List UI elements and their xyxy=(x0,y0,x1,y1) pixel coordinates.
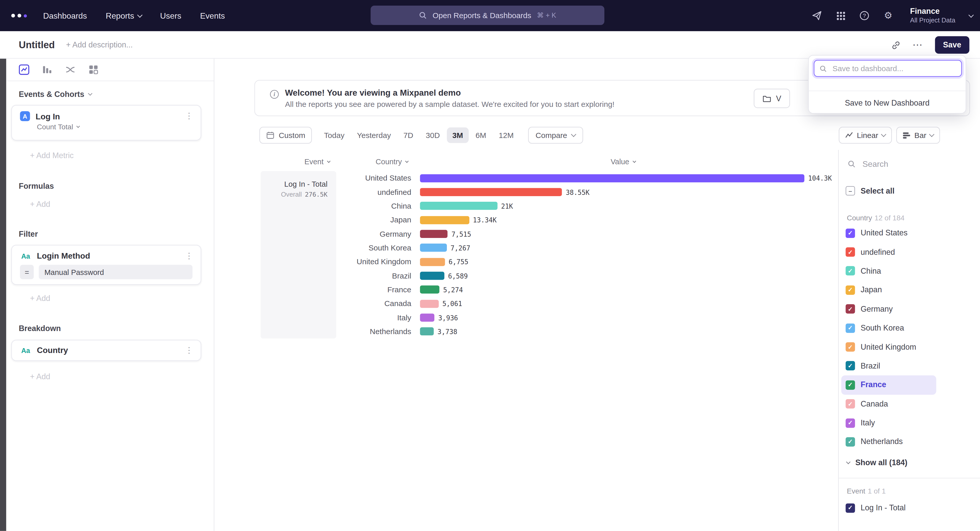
date-range-6m[interactable]: 6M xyxy=(470,127,492,143)
dashboard-search-input[interactable] xyxy=(831,63,947,73)
add-filter-button[interactable]: + Add xyxy=(30,294,50,303)
legend-checkbox[interactable]: ✓ xyxy=(845,285,855,295)
legend-checkbox[interactable]: ✓ xyxy=(845,380,855,390)
column-header-country[interactable]: Country xyxy=(375,157,408,166)
date-range-3m[interactable]: 3M xyxy=(447,127,469,143)
value-label: 3,738 xyxy=(438,328,457,335)
value-bar[interactable] xyxy=(420,202,497,210)
legend-item-undefined[interactable]: ✓undefined xyxy=(841,243,936,262)
value-bar[interactable] xyxy=(420,230,448,238)
banner-action-button[interactable]: V xyxy=(754,89,790,108)
date-range-7d[interactable]: 7D xyxy=(398,127,419,143)
date-range-30d[interactable]: 30D xyxy=(420,127,445,143)
legend-checkbox[interactable]: ✓ xyxy=(845,503,855,513)
nav-events[interactable]: Events xyxy=(200,11,225,21)
legend-checkbox[interactable]: ✓ xyxy=(845,247,855,257)
metric-card-log-in[interactable]: A Log In ⋮ Count Total xyxy=(11,105,201,141)
legend-checkbox[interactable]: ✓ xyxy=(845,418,855,428)
legend-item-germany[interactable]: ✓Germany xyxy=(841,300,936,318)
line-style-selector[interactable]: Linear xyxy=(839,127,892,144)
global-search-button[interactable]: Open Reports & Dashboards ⌘ + K xyxy=(371,6,605,25)
indeterminate-checkbox[interactable]: – xyxy=(845,186,855,196)
legend-checkbox[interactable]: ✓ xyxy=(845,304,855,314)
legend-item-japan[interactable]: ✓Japan xyxy=(841,281,936,300)
settings-gear-icon[interactable]: ⚙ xyxy=(883,10,894,21)
more-options-button[interactable]: ⋯ xyxy=(912,42,923,48)
value-bar[interactable] xyxy=(420,258,445,266)
legend-checkbox[interactable]: ✓ xyxy=(845,399,855,409)
nav-dashboards[interactable]: Dashboards xyxy=(43,11,87,21)
filter-value-field[interactable]: Manual Password xyxy=(39,265,192,279)
value-bar[interactable] xyxy=(420,216,469,224)
tab-retention[interactable] xyxy=(88,64,99,75)
legend-item-france[interactable]: ✓France xyxy=(841,376,936,394)
mixpanel-logo-icon[interactable] xyxy=(11,14,27,17)
column-header-event[interactable]: Event xyxy=(304,157,330,166)
legend-item-united-states[interactable]: ✓United States xyxy=(841,223,936,243)
add-description-field[interactable]: + Add description... xyxy=(66,40,133,49)
dashboard-search-box[interactable] xyxy=(814,60,962,77)
legend-item-united-kingdom[interactable]: ✓United Kingdom xyxy=(841,338,936,356)
legend-checkbox[interactable]: ✓ xyxy=(845,323,855,333)
date-range-today[interactable]: Today xyxy=(318,127,350,143)
date-range-toolbar: Custom TodayYesterday7D30D3M6M12M Compar… xyxy=(259,127,583,144)
date-range-12m[interactable]: 12M xyxy=(493,127,519,143)
value-bar[interactable] xyxy=(420,314,434,322)
value-bar[interactable] xyxy=(420,300,439,308)
project-switcher[interactable]: Finance All Project Data xyxy=(910,7,955,24)
legend-item-log-in-total[interactable]: ✓ Log In - Total xyxy=(845,498,905,517)
nav-reports[interactable]: Reports xyxy=(106,11,142,21)
column-header-value[interactable]: Value xyxy=(611,157,636,166)
report-title[interactable]: Untitled xyxy=(19,39,55,50)
legend-checkbox[interactable]: ✓ xyxy=(845,266,855,276)
value-bar[interactable] xyxy=(420,286,439,294)
show-all-button[interactable]: Show all (184) xyxy=(847,458,907,467)
tab-insights[interactable] xyxy=(19,64,29,75)
legend-search[interactable] xyxy=(848,159,955,170)
nav-users[interactable]: Users xyxy=(160,11,181,21)
legend-checkbox[interactable]: ✓ xyxy=(845,228,855,238)
help-icon[interactable]: ? xyxy=(859,10,870,21)
legend-item-italy[interactable]: ✓Italy xyxy=(841,414,936,432)
select-all-toggle[interactable]: – Select all xyxy=(845,186,894,196)
value-label: 3,936 xyxy=(438,314,458,321)
apps-grid-icon[interactable] xyxy=(835,10,846,21)
tab-funnels[interactable] xyxy=(42,64,52,75)
metric-menu-button[interactable]: ⋮ xyxy=(185,113,193,120)
tab-flows[interactable] xyxy=(65,64,76,75)
value-bar[interactable] xyxy=(420,174,804,182)
value-bar[interactable] xyxy=(420,188,562,196)
info-icon: i xyxy=(270,90,279,99)
legend-item-china[interactable]: ✓China xyxy=(841,262,936,281)
value-bar[interactable] xyxy=(420,272,444,280)
legend-checkbox[interactable]: ✓ xyxy=(845,361,855,371)
save-button[interactable]: Save xyxy=(935,36,969,54)
chevron-down-icon[interactable] xyxy=(968,12,973,17)
breakdown-card-country[interactable]: Aa Country ⋮ xyxy=(11,340,201,361)
compare-button[interactable]: Compare xyxy=(528,127,583,144)
legend-item-canada[interactable]: ✓Canada xyxy=(841,395,936,414)
legend-search-input[interactable] xyxy=(861,159,955,170)
value-bar[interactable] xyxy=(420,244,447,252)
filter-card-login-method[interactable]: Aa Login Method ⋮ = Manual Password xyxy=(11,245,201,285)
legend-item-netherlands[interactable]: ✓Netherlands xyxy=(841,432,936,451)
value-bar[interactable] xyxy=(420,328,434,336)
filter-menu-button[interactable]: ⋮ xyxy=(185,252,193,259)
legend-checkbox[interactable]: ✓ xyxy=(845,437,855,447)
add-breakdown-button[interactable]: + Add xyxy=(30,372,50,381)
copy-link-icon[interactable] xyxy=(891,40,900,50)
send-icon[interactable] xyxy=(811,10,822,21)
date-range-yesterday[interactable]: Yesterday xyxy=(352,127,396,143)
breakdown-menu-button[interactable]: ⋮ xyxy=(185,346,193,354)
section-events-cohorts[interactable]: Events & Cohorts xyxy=(19,90,91,99)
filter-operator[interactable]: = xyxy=(20,265,34,279)
chart-type-selector[interactable]: Bar xyxy=(896,127,940,144)
legend-checkbox[interactable]: ✓ xyxy=(845,342,855,352)
save-to-new-dashboard-item[interactable]: Save to New Dashboard xyxy=(809,90,966,114)
add-formula-button[interactable]: + Add xyxy=(30,200,50,209)
legend-item-south-korea[interactable]: ✓South Korea xyxy=(841,319,936,338)
aggregation-selector[interactable]: Count Total xyxy=(37,123,79,130)
date-range-custom[interactable]: Custom xyxy=(259,127,312,144)
add-metric-button[interactable]: + Add Metric xyxy=(30,151,74,160)
legend-item-brazil[interactable]: ✓Brazil xyxy=(841,357,936,376)
